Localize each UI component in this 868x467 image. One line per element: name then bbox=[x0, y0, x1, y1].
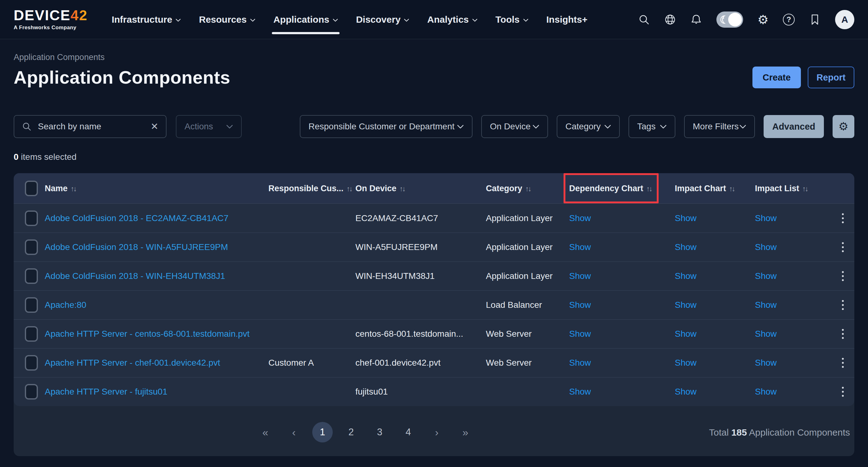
sort-icon[interactable]: ↑↓ bbox=[400, 184, 405, 193]
category-value: Web Server bbox=[486, 329, 532, 339]
component-name-link[interactable]: Adobe ColdFusion 2018 - WIN-EH34UTM38J1 bbox=[45, 271, 225, 281]
select-all-checkbox[interactable] bbox=[25, 181, 38, 196]
column-header-name[interactable]: Name↑↓ bbox=[45, 183, 76, 193]
row-checkbox[interactable] bbox=[25, 210, 38, 226]
settings-gear-icon[interactable]: ⚙ bbox=[757, 13, 769, 26]
impact-list-show-link[interactable]: Show bbox=[755, 213, 777, 223]
pagination-prev-button[interactable]: ‹ bbox=[280, 422, 308, 442]
pagination-next-button[interactable]: › bbox=[423, 422, 451, 442]
component-name-link[interactable]: Adobe ColdFusion 2018 - EC2AMAZ-CB41AC7 bbox=[45, 213, 228, 223]
row-actions-menu-icon[interactable] bbox=[838, 269, 848, 284]
impact-chart-show-link[interactable]: Show bbox=[675, 271, 696, 281]
actions-dropdown[interactable]: Actions bbox=[176, 115, 242, 138]
page-header: Application Components Create Report bbox=[14, 66, 854, 88]
column-header-impact-chart[interactable]: Impact Chart↑↓ bbox=[675, 183, 735, 193]
create-button[interactable]: Create bbox=[752, 66, 801, 88]
impact-chart-show-link[interactable]: Show bbox=[675, 300, 696, 310]
advanced-button[interactable]: Advanced bbox=[764, 115, 824, 138]
dependency-chart-show-link[interactable]: Show bbox=[569, 300, 591, 310]
filter-on-device[interactable]: On Device bbox=[481, 115, 548, 138]
search-icon[interactable] bbox=[638, 14, 650, 26]
nav-insights-plus[interactable]: Insights+ bbox=[537, 0, 597, 39]
impact-list-show-link[interactable]: Show bbox=[755, 387, 777, 397]
row-checkbox[interactable] bbox=[25, 268, 38, 284]
responsible-customer-value: Customer A bbox=[269, 358, 314, 368]
table-settings-gear-button[interactable]: ⚙ bbox=[833, 115, 854, 138]
sort-icon[interactable]: ↑↓ bbox=[71, 184, 76, 193]
row-checkbox[interactable] bbox=[25, 297, 38, 313]
column-header-responsible-customer[interactable]: Responsible Cus...↑↓ bbox=[269, 183, 352, 193]
component-name-link[interactable]: Apache:80 bbox=[45, 300, 86, 310]
globe-icon[interactable] bbox=[664, 14, 676, 26]
nav-discovery[interactable]: Discovery bbox=[347, 0, 418, 39]
bookmark-icon[interactable] bbox=[809, 14, 821, 26]
nav-applications[interactable]: Applications bbox=[265, 0, 347, 39]
row-actions-menu-icon[interactable] bbox=[838, 297, 848, 313]
row-actions-menu-icon[interactable] bbox=[838, 355, 848, 370]
pagination-page-4[interactable]: 4 bbox=[394, 422, 423, 442]
dependency-chart-show-link[interactable]: Show bbox=[569, 271, 591, 281]
component-name-link[interactable]: Adobe ColdFusion 2018 - WIN-A5FUJREE9PM bbox=[45, 242, 228, 252]
nav-tools[interactable]: Tools bbox=[487, 0, 537, 39]
filter-category[interactable]: Category bbox=[557, 115, 620, 138]
component-name-link[interactable]: Apache HTTP Server - chef-001.device42.p… bbox=[45, 358, 220, 368]
category-value: Application Layer bbox=[486, 242, 553, 252]
notifications-bell-icon[interactable] bbox=[690, 14, 702, 26]
clear-search-icon[interactable]: ✕ bbox=[151, 122, 158, 131]
filter-responsible-customer[interactable]: Responsible Customer or Department bbox=[300, 115, 472, 138]
impact-list-show-link[interactable]: Show bbox=[755, 300, 777, 310]
navbar-actions: ⚙ ? A bbox=[638, 10, 854, 29]
user-avatar[interactable]: A bbox=[835, 10, 854, 29]
row-actions-menu-icon[interactable] bbox=[838, 326, 848, 341]
filter-tags[interactable]: Tags bbox=[628, 115, 675, 138]
pagination: « ‹ 1 2 3 4 › » bbox=[251, 422, 480, 442]
nav-infrastructure[interactable]: Infrastructure bbox=[102, 0, 190, 39]
dependency-chart-show-link[interactable]: Show bbox=[569, 329, 591, 339]
column-header-impact-list[interactable]: Impact List↑↓ bbox=[755, 183, 808, 193]
nav-analytics[interactable]: Analytics bbox=[418, 0, 486, 39]
dependency-chart-show-link[interactable]: Show bbox=[569, 213, 591, 223]
search-input[interactable] bbox=[37, 121, 145, 132]
sort-icon[interactable]: ↑↓ bbox=[802, 184, 808, 193]
row-actions-menu-icon[interactable] bbox=[838, 211, 848, 226]
sort-icon[interactable]: ↑↓ bbox=[729, 184, 735, 193]
pagination-first-button[interactable]: « bbox=[251, 422, 280, 442]
impact-chart-show-link[interactable]: Show bbox=[675, 329, 696, 339]
column-header-on-device[interactable]: On Device↑↓ bbox=[355, 183, 405, 193]
sort-icon[interactable]: ↑↓ bbox=[647, 184, 652, 193]
row-actions-menu-icon[interactable] bbox=[838, 384, 848, 399]
pagination-page-2[interactable]: 2 bbox=[337, 422, 365, 442]
help-icon[interactable]: ? bbox=[783, 14, 795, 26]
component-name-link[interactable]: Apache HTTP Server - fujitsu01 bbox=[45, 387, 167, 397]
impact-chart-show-link[interactable]: Show bbox=[675, 213, 696, 223]
dependency-chart-show-link[interactable]: Show bbox=[569, 242, 591, 252]
impact-list-show-link[interactable]: Show bbox=[755, 358, 777, 368]
row-actions-menu-icon[interactable] bbox=[838, 240, 848, 255]
row-checkbox[interactable] bbox=[25, 326, 38, 342]
pagination-page-1[interactable]: 1 bbox=[308, 422, 337, 442]
pagination-last-button[interactable]: » bbox=[451, 422, 480, 442]
report-button[interactable]: Report bbox=[808, 66, 854, 88]
impact-list-show-link[interactable]: Show bbox=[755, 242, 777, 252]
column-header-dependency-chart[interactable]: Dependency Chart↑↓ bbox=[569, 183, 652, 193]
impact-chart-show-link[interactable]: Show bbox=[675, 242, 696, 252]
sort-icon[interactable]: ↑↓ bbox=[525, 184, 531, 193]
component-name-link[interactable]: Apache HTTP Server - centos-68-001.testd… bbox=[45, 329, 249, 339]
pagination-page-3[interactable]: 3 bbox=[365, 422, 394, 442]
dependency-chart-show-link[interactable]: Show bbox=[569, 387, 591, 397]
row-checkbox[interactable] bbox=[25, 239, 38, 255]
row-checkbox[interactable] bbox=[25, 384, 38, 400]
impact-list-show-link[interactable]: Show bbox=[755, 271, 777, 281]
sort-icon[interactable]: ↑↓ bbox=[347, 184, 352, 193]
dark-mode-toggle[interactable] bbox=[716, 11, 743, 28]
impact-chart-show-link[interactable]: Show bbox=[675, 358, 696, 368]
nav-label: Applications bbox=[273, 14, 329, 25]
nav-resources[interactable]: Resources bbox=[190, 0, 264, 39]
dependency-chart-show-link[interactable]: Show bbox=[569, 358, 591, 368]
row-checkbox[interactable] bbox=[25, 355, 38, 371]
column-header-category[interactable]: Category↑↓ bbox=[486, 183, 531, 193]
filter-more-filters[interactable]: More Filters bbox=[684, 115, 755, 138]
device42-logo[interactable]: DEVICE42 A Freshworks Company bbox=[14, 8, 88, 31]
impact-chart-show-link[interactable]: Show bbox=[675, 387, 696, 397]
impact-list-show-link[interactable]: Show bbox=[755, 329, 777, 339]
